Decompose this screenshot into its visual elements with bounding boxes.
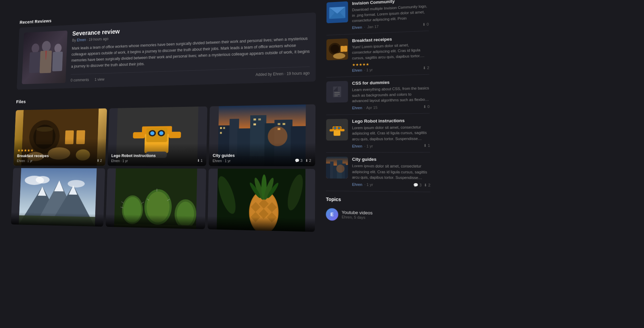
recent-reviews-section: Recent Reviews (17, 0, 316, 90)
files-section: Files (11, 87, 316, 232)
robot-sm-thumb (326, 119, 348, 140)
file-card-city[interactable]: City guides Ehren · 1 yr 💬 3 ⬇ 2 (209, 104, 315, 166)
sidebar-item-city[interactable]: City guides Lorem ipsum dolor sit amet, … (326, 152, 430, 192)
sidebar-item-breakfast[interactable]: Breakfast receipes Yum! Lorem ipsum dolo… (326, 31, 429, 77)
city-sm-comments: 💬 3 (413, 183, 422, 187)
svg-rect-45 (278, 123, 280, 125)
css-title: CSS for dummies (352, 79, 429, 86)
breakfast-sm-thumb (326, 38, 348, 60)
svg-rect-41 (220, 132, 222, 134)
review-time: 19 hours ago (89, 37, 109, 42)
sidebar: Invision Community Download multiple Inv… (321, 0, 436, 328)
svg-rect-9 (22, 30, 67, 84)
svg-rect-44 (253, 123, 256, 125)
review-body: Severance review By Ehren · 19 hours ago… (70, 18, 310, 83)
svg-rect-46 (283, 123, 285, 125)
topic-title: Youtube videos (342, 210, 373, 215)
city-stats: 💬 3 ⬇ 2 (295, 158, 311, 163)
robot-sm-excerpt: Lorem ipsum dolor sit amet, consectetur … (352, 124, 430, 142)
city-sm-stats: 💬 3 ⬇ 2 (413, 183, 430, 187)
invision-thumb (326, 1, 348, 23)
css-author: Ehren (352, 106, 362, 110)
city-overlay: City guides Ehren · 1 yr 💬 3 ⬇ 2 (209, 143, 315, 166)
mountains-overlay (11, 212, 104, 226)
breakfast-overlay: ★★★★★ Breakfast receipes Ehren · 1 yr ⬇ … (13, 138, 106, 166)
invision-author: Ehren (352, 25, 362, 29)
invision-excerpt: Download multiple Invision Community log… (352, 3, 429, 24)
topics-section: Topics E Youtube videos Ehren, 5 days (326, 191, 431, 225)
svg-rect-117 (345, 165, 348, 179)
svg-rect-40 (223, 127, 225, 129)
robot-author: Ehren · 1 yr (111, 159, 128, 162)
invision-meta: Ehren · Jan 17 ⬇ 0 (352, 22, 429, 30)
breakfast-meta: Ehren · 1 yr ⬇ 2 (17, 158, 102, 162)
topic-meta: Ehren, 5 days (342, 215, 373, 219)
robot-sm-meta: Ehren · 1 yr ⬇ 1 (352, 143, 430, 148)
review-author: Ehren (77, 38, 86, 43)
city-title: City guides (213, 153, 311, 158)
css-excerpt: Learn everything about CSS, from the bas… (352, 85, 430, 104)
city-downloads: ⬇ 2 (305, 158, 311, 163)
sidebar-item-robot[interactable]: Lego Robot instructions Lorem ipsum dolo… (326, 113, 430, 153)
file-card-cactus[interactable] (106, 168, 206, 229)
review-footer: 0 comments 1 view Added by Ehren · 19 ho… (70, 66, 310, 82)
view-count: 1 view (95, 77, 104, 82)
city-sm-downloads: ⬇ 2 (424, 183, 430, 187)
robot-sm-downloads: ⬇ 1 (423, 143, 430, 148)
city-author: Ehren · 1 yr (213, 159, 231, 163)
review-thumbnail (22, 30, 67, 84)
breakfast-sm-downloads: ⬇ 2 (423, 66, 429, 70)
file-card-breakfast[interactable]: ★★★★★ Breakfast receipes Ehren · 1 yr ⬇ … (13, 108, 107, 166)
robot-sm-body: Lego Robot instructions Lorem ipsum dolo… (352, 118, 430, 148)
svg-rect-93 (340, 46, 344, 52)
sidebar-item-css[interactable]: CSS for dummies Learn everything about C… (326, 75, 430, 115)
invision-stats: ⬇ 0 (422, 22, 429, 27)
breakfast-sm-stats: ⬇ 2 (423, 66, 429, 70)
city-sm-body: City guides Lorem ipsum dolor sit amet, … (352, 156, 430, 187)
city-sm-meta: Ehren · 1 yr 💬 3 ⬇ 2 (352, 182, 430, 187)
city-meta: Ehren · 1 yr 💬 3 ⬇ 2 (213, 158, 311, 163)
svg-point-118 (336, 165, 344, 173)
robot-sm-title: Lego Robot instructions (352, 118, 430, 124)
invision-date: · (364, 25, 365, 29)
svg-rect-94 (344, 46, 347, 52)
files-header: Files (16, 87, 316, 107)
svg-rect-39 (220, 127, 222, 129)
css-thumb (326, 81, 348, 103)
robot-sm-author: Ehren (352, 144, 362, 148)
robot-meta: Ehren · 1 yr ⬇ 1 (111, 158, 203, 163)
sidebar-item-invision[interactable]: Invision Community Download multiple Inv… (326, 0, 429, 35)
breakfast-sm-author: Ehren (352, 68, 362, 72)
file-card-pineapple[interactable] (208, 169, 315, 232)
review-added: Added by Ehren · 19 hours ago (256, 71, 310, 77)
file-card-mountains[interactable] (11, 168, 105, 227)
svg-rect-112 (326, 163, 331, 179)
svg-rect-110 (340, 129, 344, 131)
city-sm-excerpt: Lorem ipsum dolor sit amet, consectetur … (352, 163, 430, 181)
cactus-overlay (106, 214, 205, 229)
breakfast-sm-body: Breakfast receipes Yum! Lorem ipsum dolo… (352, 35, 429, 72)
city-sm-author: Ehren (352, 182, 362, 187)
css-body: CSS for dummies Learn everything about C… (352, 79, 430, 110)
svg-rect-42 (254, 119, 256, 121)
city-comments: 💬 3 (295, 158, 303, 163)
cactus-meta (109, 223, 202, 225)
mountains-meta (14, 221, 100, 223)
robot-downloads: ⬇ 1 (197, 158, 203, 163)
css-downloads: ⬇ 0 (423, 104, 430, 109)
invision-body: Invision Community Download multiple Inv… (352, 0, 429, 30)
robot-stats: ⬇ 1 (197, 158, 203, 163)
breakfast-stats: ⬇ 2 (97, 158, 102, 162)
svg-rect-43 (258, 118, 261, 120)
robot-title: Lego Robot instructions (111, 153, 203, 158)
robot-overlay: Lego Robot instructions Ehren · 1 yr ⬇ 1 (108, 143, 207, 166)
svg-rect-29 (169, 132, 181, 138)
breakfast-sm-excerpt: Yum! Lorem ipsum dolor sit amet, consect… (352, 41, 429, 61)
topics-header: Topics (326, 191, 431, 207)
robot-sm-stats: ⬇ 1 (423, 143, 430, 148)
breakfast-stars: ★★★★★ (17, 148, 102, 153)
topic-item-youtube[interactable]: E Youtube videos Ehren, 5 days (326, 205, 431, 225)
topic-info: Youtube videos Ehren, 5 days (342, 210, 373, 220)
breakfast-author: Ehren · 1 yr (17, 159, 33, 162)
file-card-robot[interactable]: Lego Robot instructions Ehren · 1 yr ⬇ 1 (108, 107, 208, 166)
